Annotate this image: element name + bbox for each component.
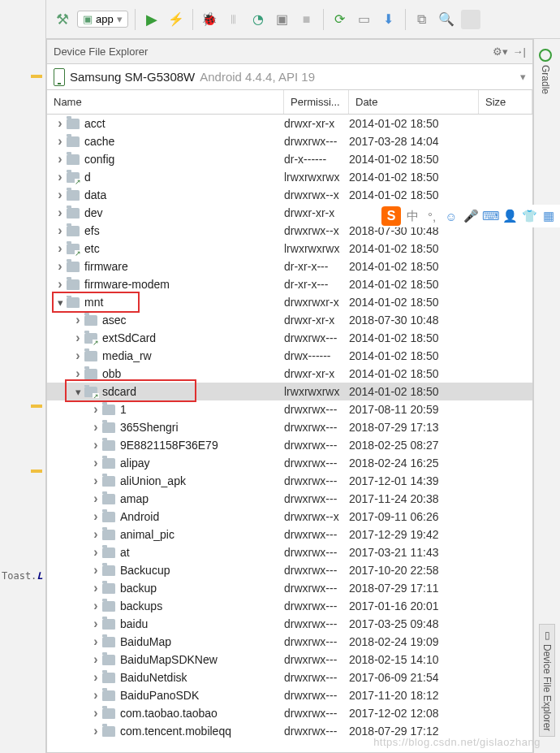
chevron-right-icon[interactable] — [54, 152, 67, 167]
table-row[interactable]: amapdrwxrwx---2017-11-24 20:38 — [47, 490, 532, 508]
table-row[interactable]: asecdrwxr-xr-x2018-07-30 10:48 — [47, 311, 532, 329]
table-row[interactable]: BaiduMapSDKNewdrwxrwx---2018-02-15 14:10 — [47, 651, 532, 669]
attach-icon[interactable]: ▣ — [273, 10, 292, 29]
run-icon[interactable]: ▶ — [142, 10, 162, 29]
chevron-right-icon[interactable] — [89, 688, 102, 703]
chevron-right-icon[interactable] — [89, 509, 102, 524]
chevron-right-icon[interactable] — [89, 456, 102, 470]
chevron-right-icon[interactable] — [54, 116, 67, 131]
table-row[interactable]: extSdCarddrwxrwx---2014-01-02 18:50 — [47, 329, 532, 347]
chevron-right-icon[interactable] — [54, 134, 67, 149]
ime-lang-icon[interactable]: 中 — [404, 209, 420, 224]
chevron-right-icon[interactable] — [89, 617, 102, 631]
column-permissions[interactable]: Permissi... — [284, 90, 349, 114]
table-row[interactable]: animal_picdrwxrwx---2017-12-29 19:42 — [47, 526, 532, 543]
table-row[interactable]: aliUnion_apkdrwxrwx---2017-12-01 14:39 — [47, 472, 532, 490]
ime-emoji-icon[interactable]: ☺ — [443, 210, 459, 223]
table-row[interactable]: sdcardlrwxrwxrwx2014-01-02 18:50 — [47, 383, 532, 400]
table-row[interactable]: BaiduMapdrwxrwx---2018-02-24 19:09 — [47, 633, 532, 651]
chevron-right-icon[interactable] — [89, 402, 102, 417]
chevron-right-icon[interactable] — [54, 259, 67, 274]
table-row[interactable]: dlrwxrwxrwx2014-01-02 18:50 — [47, 168, 532, 186]
chevron-right-icon[interactable] — [89, 724, 102, 738]
table-row[interactable]: configdr-x------2014-01-02 18:50 — [47, 150, 532, 168]
chevron-right-icon[interactable] — [71, 331, 84, 345]
table-row[interactable]: backupsdrwxrwx---2017-01-16 20:01 — [47, 597, 532, 615]
chevron-right-icon[interactable] — [71, 313, 84, 327]
search-icon[interactable]: 🔍 — [437, 10, 456, 29]
ime-punct-icon[interactable]: °, — [424, 210, 440, 223]
column-name[interactable]: Name — [47, 90, 284, 114]
table-row[interactable]: cachedrwxrwx---2017-03-28 14:04 — [47, 132, 532, 150]
sdk-icon[interactable]: ⬇ — [379, 10, 398, 29]
table-row[interactable]: firmware-modemdr-xr-x---2014-01-02 18:50 — [47, 275, 532, 293]
chevron-right-icon[interactable] — [89, 652, 102, 667]
chevron-right-icon[interactable] — [71, 348, 84, 363]
table-row[interactable]: alipaydrwxrwx---2018-02-24 16:25 — [47, 454, 532, 472]
column-size[interactable]: Size — [479, 90, 532, 114]
table-row[interactable]: baidudrwxrwx---2017-03-25 09:48 — [47, 615, 532, 633]
chevron-down-icon[interactable] — [54, 296, 67, 309]
chevron-right-icon[interactable] — [89, 581, 102, 595]
table-row[interactable]: 365Shengridrwxrwx---2018-07-29 17:13 — [47, 418, 532, 436]
table-row[interactable]: Androiddrwxrwx--x2017-09-11 06:26 — [47, 508, 532, 526]
table-row[interactable]: media_rwdrwx------2014-01-02 18:50 — [47, 347, 532, 365]
device-selector[interactable]: Samsung SM-G5308W Android 4.4.4, API 19 … — [47, 64, 532, 90]
table-row[interactable]: Backucupdrwxrwx---2017-10-20 22:58 — [47, 561, 532, 579]
table-row[interactable]: firmwaredr-xr-x---2014-01-02 18:50 — [47, 257, 532, 275]
table-row[interactable]: atdrwxrwx---2017-03-21 11:43 — [47, 543, 532, 561]
structure-icon[interactable]: ⧉ — [412, 10, 432, 29]
ime-shirt-icon[interactable]: 👕 — [521, 209, 537, 223]
tab-gradle[interactable]: Gradle — [539, 49, 552, 94]
chevron-right-icon[interactable] — [89, 706, 102, 721]
chevron-right-icon[interactable] — [54, 277, 67, 292]
ime-mic-icon[interactable]: 🎤 — [463, 209, 479, 223]
debug-icon[interactable]: 🐞 — [200, 10, 219, 29]
chevron-right-icon[interactable] — [89, 491, 102, 506]
table-row[interactable]: BaiduNetdiskdrwxrwx---2017-06-09 21:54 — [47, 669, 532, 686]
table-row[interactable]: etclrwxrwxrwx2014-01-02 18:50 — [47, 240, 532, 257]
chevron-right-icon[interactable] — [89, 599, 102, 613]
ime-user-icon[interactable]: 👤 — [502, 209, 518, 223]
table-row[interactable]: obbdrwxr-xr-x2014-01-02 18:50 — [47, 365, 532, 383]
table-row[interactable]: BaiduPanoSDKdrwxrwx---2017-11-20 18:12 — [47, 686, 532, 704]
avd-icon[interactable]: ▭ — [355, 10, 374, 29]
chevron-right-icon[interactable] — [89, 545, 102, 560]
chevron-right-icon[interactable] — [54, 188, 67, 202]
ime-keyboard-icon[interactable]: ⌨ — [482, 209, 498, 223]
table-row[interactable]: 9E8821158F36E79drwxrwx---2018-02-25 08:2… — [47, 436, 532, 454]
profiler-icon[interactable]: ⫴ — [224, 10, 243, 29]
column-date[interactable]: Date — [349, 90, 479, 114]
chevron-right-icon[interactable] — [54, 241, 67, 256]
chevron-right-icon[interactable] — [89, 634, 102, 649]
chevron-down-icon[interactable] — [71, 386, 84, 398]
table-row[interactable]: acctdrwxr-xr-x2014-01-02 18:50 — [47, 115, 532, 132]
table-row[interactable]: com.taobao.taobaodrwxrwx---2017-12-02 12… — [47, 704, 532, 722]
sync-icon[interactable]: ⟳ — [330, 10, 350, 29]
sogou-icon[interactable]: S — [381, 206, 401, 226]
chevron-right-icon[interactable] — [54, 170, 67, 184]
table-row[interactable]: 1drwxrwx---2017-08-11 20:59 — [47, 400, 532, 418]
chevron-right-icon[interactable] — [89, 474, 102, 488]
table-row[interactable]: datadrwxrwx--x2014-01-02 18:50 — [47, 186, 532, 204]
table-row[interactable]: backupdrwxrwx---2018-07-29 17:11 — [47, 579, 532, 597]
chevron-right-icon[interactable] — [89, 563, 102, 578]
tab-device-file-explorer[interactable]: ▯ Device File Explorer — [539, 624, 555, 737]
table-row[interactable]: mntdrwxrwxr-x2014-01-02 18:50 — [47, 293, 532, 311]
module-selector[interactable]: ▣ app ▾ — [77, 11, 128, 28]
chevron-right-icon[interactable] — [89, 420, 102, 435]
ime-grid-icon[interactable]: ▦ — [541, 209, 557, 223]
chevron-right-icon[interactable] — [89, 670, 102, 685]
chevron-right-icon[interactable] — [89, 527, 102, 542]
hide-icon[interactable]: →| — [513, 45, 526, 58]
chevron-right-icon[interactable] — [89, 438, 102, 452]
chevron-right-icon[interactable] — [54, 223, 67, 238]
apply-changes-icon[interactable]: ⚡ — [166, 10, 186, 29]
coverage-icon[interactable]: ◔ — [248, 10, 268, 29]
gear-icon[interactable]: ⚙▾ — [493, 45, 508, 58]
build-icon[interactable]: ⚒ — [53, 10, 72, 29]
chevron-right-icon[interactable] — [54, 206, 67, 220]
avatar[interactable] — [461, 10, 480, 29]
chevron-right-icon[interactable] — [71, 366, 84, 381]
stop-icon[interactable]: ■ — [297, 10, 317, 29]
